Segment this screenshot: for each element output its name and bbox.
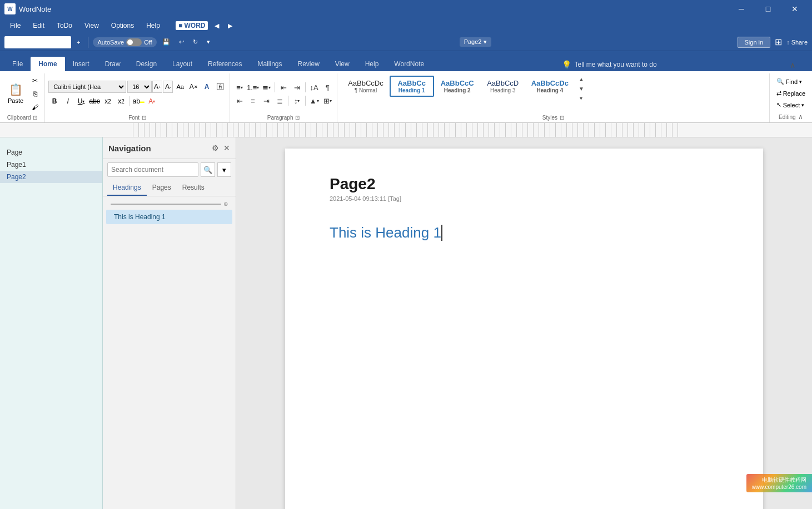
align-left-button[interactable]: ⇤	[233, 95, 246, 107]
close-button[interactable]: ✕	[782, 0, 808, 18]
font-name-select[interactable]: Calibri Light (Hea	[48, 81, 126, 93]
maximize-button[interactable]: □	[755, 0, 781, 18]
tab-draw[interactable]: Draw	[97, 57, 128, 71]
shrink-font-button[interactable]: A-	[163, 81, 173, 93]
style-heading3[interactable]: AaBbCcD Heading 3	[481, 76, 525, 96]
page-list-item-page1[interactable]: Page1	[0, 159, 102, 171]
format-painter-button[interactable]: 🖌	[29, 101, 41, 113]
menu-file[interactable]: File	[4, 19, 26, 32]
menu-view[interactable]: View	[79, 19, 104, 32]
superscript-button[interactable]: x2	[115, 95, 127, 107]
bold-button[interactable]: B	[48, 95, 61, 107]
styles-scroll-down[interactable]: ▼	[577, 84, 586, 93]
line-spacing-button[interactable]: ↕▾	[291, 95, 303, 107]
nav-search-button[interactable]: 🔍	[201, 162, 215, 177]
tab-insert[interactable]: Insert	[65, 57, 97, 71]
style-normal[interactable]: AaBbCcDc ¶ Normal	[343, 76, 388, 96]
document-heading1[interactable]: This is Heading 1	[330, 224, 719, 241]
tab-review[interactable]: Review	[290, 57, 327, 71]
add-page-button[interactable]: +	[73, 38, 83, 47]
nav-search-input[interactable]	[107, 162, 198, 177]
sign-in-button[interactable]: Sign in	[738, 37, 771, 48]
menu-edit[interactable]: Edit	[27, 19, 50, 32]
font-dialog-icon[interactable]: ⊡	[142, 115, 146, 121]
page-list-item-page2[interactable]: Page2	[0, 171, 102, 183]
multilevel-button[interactable]: ≣▾	[260, 81, 272, 93]
page-list-item-page[interactable]: Page	[0, 146, 102, 159]
tab-help[interactable]: Help	[357, 57, 387, 71]
tab-wordnote[interactable]: WordNote	[386, 57, 432, 71]
change-case-button[interactable]: Aa	[174, 81, 186, 93]
borders-button[interactable]: ⊞▾	[321, 95, 333, 107]
paragraph-dialog-icon[interactable]: ⊡	[295, 115, 300, 121]
tab-view[interactable]: View	[327, 57, 357, 71]
save-button[interactable]: 💾	[159, 37, 173, 47]
grow-font-button[interactable]: A+	[152, 81, 162, 93]
nav-search-options[interactable]: ▾	[217, 162, 232, 177]
nav-settings-button[interactable]: ⚙	[209, 142, 221, 154]
tab-design[interactable]: Design	[128, 57, 165, 71]
align-right-button[interactable]: ⇥	[260, 95, 272, 107]
clear-formatting-button[interactable]: A✕	[187, 81, 200, 93]
style-heading4[interactable]: AaBbCcDc Heading 4	[526, 76, 574, 96]
outdent-button[interactable]: ⇤	[277, 81, 290, 93]
menu-todo[interactable]: ToDo	[51, 19, 78, 32]
replace-button[interactable]: ⇄ Replace	[773, 88, 809, 98]
sort-button[interactable]: ↕A	[308, 81, 320, 93]
cut-button[interactable]: ✂	[29, 75, 41, 87]
undo-button[interactable]: ↩	[176, 37, 187, 47]
nav-back-button[interactable]: ◀	[211, 21, 222, 31]
tab-layout[interactable]: Layout	[165, 57, 200, 71]
paste-button[interactable]: 📋 Paste	[3, 77, 28, 111]
page-search-input[interactable]	[4, 36, 71, 48]
nav-tab-headings[interactable]: Headings	[107, 180, 147, 196]
share-button[interactable]: ↑ Share	[786, 39, 808, 46]
shading-button[interactable]: ▲▾	[308, 95, 320, 107]
tell-me-area[interactable]: 💡 Tell me what you want to do	[553, 58, 666, 71]
tab-mailings[interactable]: Mailings	[250, 57, 290, 71]
border-char-button[interactable]: 🄰	[214, 81, 226, 93]
underline-button[interactable]: U▾	[75, 95, 87, 107]
subscript-button[interactable]: x2	[102, 95, 114, 107]
find-button[interactable]: 🔍 Find ▾	[773, 76, 809, 87]
bullets-button[interactable]: ≡▾	[233, 81, 246, 93]
minimize-button[interactable]: ─	[729, 0, 754, 18]
indent-button[interactable]: ⇥	[291, 81, 303, 93]
styles-expand[interactable]: ▾	[577, 93, 586, 102]
collapse-ribbon-button[interactable]: ∧	[786, 59, 799, 71]
redo-button[interactable]: ↻	[190, 37, 201, 47]
tab-home[interactable]: Home	[31, 57, 64, 71]
nav-close-button[interactable]: ✕	[223, 144, 230, 152]
font-size-select[interactable]: 16	[127, 81, 152, 93]
editing-collapse-icon[interactable]: ∧	[798, 113, 803, 121]
copy-button[interactable]: ⎘	[29, 88, 41, 100]
style-heading1[interactable]: AaBbCc Heading 1	[390, 76, 434, 97]
nav-heading-item-0[interactable]: This is Heading 1	[106, 210, 232, 224]
strikethrough-button[interactable]: abc	[88, 95, 101, 107]
style-heading2[interactable]: AaBbCcC Heading 2	[435, 76, 480, 96]
clipboard-dialog-icon[interactable]: ⊡	[33, 115, 37, 121]
justify-button[interactable]: ≣	[273, 95, 286, 107]
align-center-button[interactable]: ≡	[247, 95, 259, 107]
nav-tab-pages[interactable]: Pages	[147, 180, 177, 196]
show-marks-button[interactable]: ¶	[321, 81, 333, 93]
nav-tab-results[interactable]: Results	[177, 180, 210, 196]
menu-options[interactable]: Options	[106, 19, 140, 32]
italic-button[interactable]: I	[62, 95, 74, 107]
text-effects-button[interactable]: A	[201, 81, 213, 93]
tab-file[interactable]: File	[4, 57, 31, 71]
menu-help[interactable]: Help	[141, 19, 166, 32]
autosave-toggle[interactable]: AutoSave Off	[93, 37, 156, 47]
editor-area[interactable]: Page2 2021-05-04 09:13:11 [Tag] This is …	[236, 137, 812, 509]
numbering-button[interactable]: 1.≡▾	[247, 81, 259, 93]
styles-scroll-up[interactable]: ▲	[577, 75, 586, 83]
styles-dialog-icon[interactable]: ⊡	[560, 115, 564, 121]
layout-icon[interactable]: ⊞	[775, 37, 782, 47]
select-button[interactable]: ↖ Select ▾	[773, 100, 809, 110]
tab-references[interactable]: References	[200, 57, 250, 71]
autosave-switch[interactable]	[126, 38, 142, 46]
highlight-button[interactable]: ab▬	[132, 95, 145, 107]
nav-fwd-button[interactable]: ▶	[225, 21, 236, 31]
font-color-button[interactable]: A▾	[146, 95, 158, 107]
more-qat-button[interactable]: ▾	[203, 37, 213, 47]
